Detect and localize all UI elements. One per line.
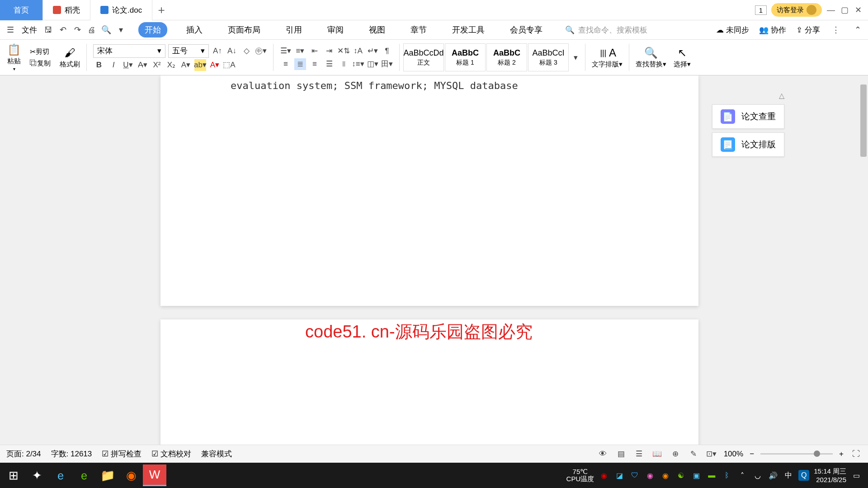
- shrink-font-icon[interactable]: A↓: [226, 45, 238, 57]
- share-button[interactable]: ⇪分享: [796, 25, 820, 35]
- explorer-icon[interactable]: 📁: [96, 465, 119, 486]
- document-area[interactable]: evaluation system; SSM framework; MYSQL …: [0, 75, 868, 445]
- line-spacing-icon[interactable]: ↕≡▾: [352, 58, 364, 70]
- notification-icon[interactable]: ▭: [851, 470, 862, 481]
- font-size-select[interactable]: 五号▾: [168, 44, 209, 58]
- vertical-scrollbar[interactable]: [859, 75, 868, 445]
- scrollbar-thumb[interactable]: [860, 84, 867, 157]
- line-break-icon[interactable]: ↵▾: [367, 45, 378, 57]
- search-box[interactable]: 🔍 查找命令、搜索模板: [565, 25, 647, 35]
- bluetooth-icon[interactable]: ᛒ: [722, 470, 732, 481]
- font-select[interactable]: 宋体▾: [93, 44, 165, 58]
- menu-tab-chapter[interactable]: 章节: [404, 22, 433, 38]
- page-view-icon[interactable]: ▤: [615, 448, 627, 460]
- shading-icon[interactable]: ◫▾: [367, 58, 378, 70]
- collapse-ribbon-icon[interactable]: ⌃: [852, 24, 863, 36]
- tab-daoke[interactable]: 稻壳: [43, 0, 90, 20]
- style-normal[interactable]: AaBbCcDd正文: [403, 43, 444, 71]
- app-2[interactable]: ◉: [119, 465, 143, 486]
- strikethrough-button[interactable]: A̶▾: [137, 59, 148, 71]
- menu-tab-start[interactable]: 开始: [138, 22, 167, 38]
- copy-button[interactable]: ⿻复制: [28, 58, 52, 69]
- undo-icon[interactable]: ↶: [57, 24, 69, 36]
- bullet-list-icon[interactable]: ☰▾: [280, 45, 292, 57]
- wps-icon[interactable]: W: [143, 465, 166, 486]
- style-more-icon[interactable]: ▾: [570, 52, 581, 63]
- window-number[interactable]: 1: [755, 5, 767, 15]
- menu-icon[interactable]: ☰: [5, 24, 16, 36]
- tray-icon-1[interactable]: ◉: [599, 470, 609, 481]
- zoom-in-button[interactable]: +: [839, 450, 844, 459]
- plagiarism-check-button[interactable]: 📄 论文查重: [712, 104, 784, 129]
- subscript-button[interactable]: X₂: [165, 59, 177, 71]
- number-list-icon[interactable]: ≡▾: [294, 45, 306, 57]
- increase-indent-icon[interactable]: ⇥: [323, 45, 335, 57]
- text-layout-button[interactable]: ⫼A文字排版▾: [589, 46, 625, 70]
- print-icon[interactable]: 🖨: [86, 24, 98, 36]
- tab-document[interactable]: 论文.doc: [90, 0, 152, 20]
- menu-tab-view[interactable]: 视图: [363, 22, 392, 38]
- document-proof[interactable]: ☑文档校对: [151, 449, 191, 459]
- new-tab-button[interactable]: +: [152, 3, 170, 17]
- tray-icon-7[interactable]: ▣: [691, 470, 702, 481]
- select-button[interactable]: ↖选择▾: [671, 46, 693, 70]
- chevron-up-icon[interactable]: ˄: [737, 470, 748, 481]
- format-brush-button[interactable]: 🖌格式刷: [57, 46, 83, 70]
- start-button[interactable]: ⊞: [2, 465, 25, 486]
- menu-tab-review[interactable]: 审阅: [321, 22, 350, 38]
- decrease-indent-icon[interactable]: ⇤: [309, 45, 321, 57]
- outline-view-icon[interactable]: ☰: [633, 448, 645, 460]
- sync-status[interactable]: ☁未同步: [716, 25, 749, 35]
- text-effect-button[interactable]: A▾: [180, 59, 192, 71]
- menu-tab-reference[interactable]: 引用: [279, 22, 308, 38]
- phonetic-icon[interactable]: ㊥▾: [255, 45, 267, 57]
- font-color-button[interactable]: A▾: [209, 59, 221, 71]
- web-view-icon[interactable]: ⊕: [670, 448, 681, 460]
- superscript-button[interactable]: X²: [151, 59, 163, 71]
- style-heading3[interactable]: AaBbCcI标题 3: [528, 43, 569, 71]
- show-marks-icon[interactable]: ¶: [381, 45, 393, 57]
- bold-button[interactable]: B: [93, 59, 105, 71]
- align-right-icon[interactable]: ≡: [309, 58, 321, 70]
- cut-button[interactable]: ✂剪切: [28, 47, 52, 57]
- preview-icon[interactable]: 🔍: [100, 24, 112, 36]
- word-count[interactable]: 字数: 12613: [51, 449, 92, 459]
- eye-icon[interactable]: 👁: [597, 448, 609, 460]
- fullscreen-icon[interactable]: ⛶: [850, 448, 862, 460]
- tray-icon-5[interactable]: ◉: [660, 470, 671, 481]
- menu-tab-insert[interactable]: 插入: [180, 22, 209, 38]
- style-heading2[interactable]: AaBbC标题 2: [486, 43, 527, 71]
- tray-icon-4[interactable]: ◉: [645, 470, 656, 481]
- tray-icon-6[interactable]: ☯: [675, 470, 686, 481]
- fit-icon[interactable]: ⊡▾: [706, 448, 717, 460]
- login-button[interactable]: 访客登录: [771, 3, 822, 17]
- italic-button[interactable]: I: [108, 59, 119, 71]
- zoom-thumb[interactable]: [814, 450, 820, 457]
- tray-icon-8[interactable]: ▬: [706, 470, 717, 481]
- find-replace-button[interactable]: 🔍查找替换▾: [633, 46, 669, 70]
- tab-home[interactable]: 首页: [0, 0, 43, 20]
- tray-icon-2[interactable]: ◪: [614, 470, 625, 481]
- maximize-button[interactable]: ▢: [840, 5, 849, 14]
- more-icon[interactable]: ⋮: [830, 24, 842, 36]
- app-1[interactable]: ✦: [25, 465, 49, 486]
- spell-check[interactable]: ☑拼写检查: [102, 449, 142, 459]
- ie-icon[interactable]: ｅ: [49, 465, 72, 486]
- sort-icon[interactable]: ✕⇅: [338, 45, 349, 57]
- file-menu[interactable]: 文件: [19, 25, 40, 35]
- redo-icon[interactable]: ↷: [71, 24, 83, 36]
- volume-icon[interactable]: 🔊: [768, 470, 778, 481]
- menu-tab-pagelayout[interactable]: 页面布局: [222, 22, 267, 38]
- menu-tab-devtools[interactable]: 开发工具: [446, 22, 491, 38]
- collab-button[interactable]: 👥协作: [759, 25, 786, 35]
- clear-format-icon[interactable]: ◇: [241, 45, 252, 57]
- border-icon[interactable]: 田▾: [381, 58, 393, 70]
- close-button[interactable]: ✕: [854, 5, 863, 14]
- ime-indicator[interactable]: 中: [783, 470, 794, 481]
- paste-button[interactable]: 📋粘贴▾: [5, 42, 24, 72]
- wifi-icon[interactable]: ◡: [752, 470, 763, 481]
- underline-button[interactable]: U▾: [122, 59, 134, 71]
- justify-icon[interactable]: ☰: [323, 58, 335, 70]
- tray-icon-9[interactable]: Q: [798, 470, 809, 481]
- text-direction-icon[interactable]: ↕A: [352, 45, 364, 57]
